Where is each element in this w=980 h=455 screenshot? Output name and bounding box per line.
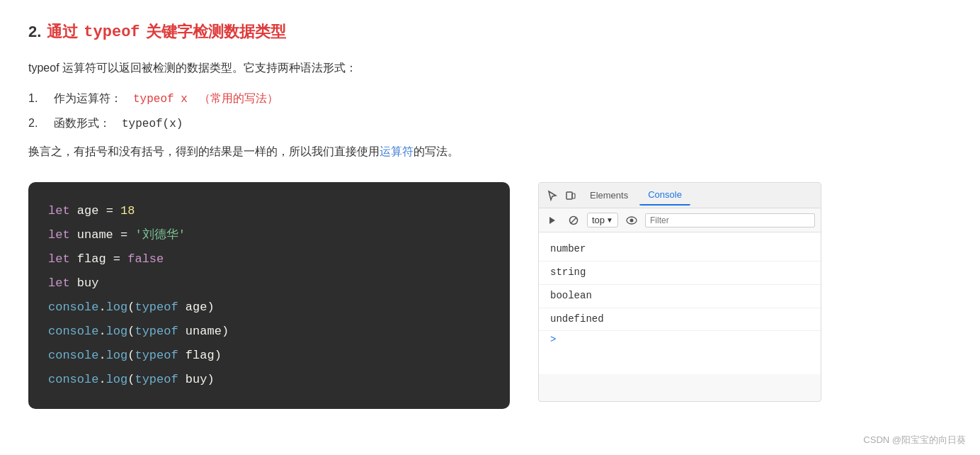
devtools-tabs-bar: Elements Console: [539, 183, 821, 208]
code-line-7: console.log(typeof flag): [48, 344, 490, 368]
list-label-1: 作为运算符：: [54, 91, 122, 106]
summary-link[interactable]: 运算符: [380, 145, 414, 157]
run-icon[interactable]: [545, 213, 560, 228]
code-line-8: console.log(typeof buy): [48, 368, 490, 392]
heading-cn-part1: 通过: [47, 21, 78, 43]
heading-number: 2.: [28, 23, 41, 41]
top-dropdown[interactable]: top ▼: [587, 213, 618, 228]
section-heading: 2. 通过 typeof 关键字检测数据类型: [28, 21, 952, 43]
devtools-output: number string boolean undefined >: [539, 232, 821, 374]
code-block: let age = 18 let uname = '刘德华' let flag …: [28, 182, 510, 409]
devtools-toolbar: top ▼: [539, 208, 821, 232]
svg-rect-0: [566, 192, 572, 199]
code-line-2: let uname = '刘德华': [48, 223, 490, 247]
filter-input[interactable]: [645, 213, 815, 228]
content-area: let age = 18 let uname = '刘德华' let flag …: [28, 182, 952, 409]
output-prompt[interactable]: >: [539, 331, 821, 348]
output-line-boolean: boolean: [539, 285, 821, 308]
list-num-2: 2.: [28, 117, 42, 130]
block-icon[interactable]: [566, 213, 581, 228]
heading-cn-part2: 关键字检测数据类型: [146, 21, 286, 43]
dropdown-arrow-icon: ▼: [606, 216, 613, 224]
tab-elements[interactable]: Elements: [581, 186, 637, 205]
cursor-icon[interactable]: [545, 188, 560, 203]
code-line-1: let age = 18: [48, 199, 490, 223]
list-label-2: 函数形式：: [54, 116, 110, 131]
list-code-2: typeof(x): [122, 118, 183, 130]
list-comment-1: （常用的写法）: [199, 91, 278, 106]
top-label: top: [592, 215, 605, 225]
code-line-3: let flag = false: [48, 247, 490, 271]
device-icon[interactable]: [563, 188, 579, 203]
svg-line-4: [571, 218, 576, 223]
summary-text: 换言之，有括号和没有括号，得到的结果是一样的，所以我们直接使用运算符的写法。: [28, 141, 952, 162]
svg-rect-1: [572, 193, 575, 198]
devtools-panel: Elements Console top ▼: [538, 182, 821, 402]
output-line-number: number: [539, 238, 821, 262]
summary-before: 换言之，有括号和没有括号，得到的结果是一样的，所以我们直接使用: [28, 145, 380, 157]
tab-console[interactable]: Console: [639, 185, 690, 206]
watermark: CSDN @阳宝宝的向日葵: [863, 434, 966, 446]
code-line-5: console.log(typeof age): [48, 296, 490, 320]
svg-point-6: [629, 218, 633, 222]
list-code-1: typeof x: [133, 93, 188, 106]
code-line-4: let buy: [48, 271, 490, 296]
list-num-1: 1.: [28, 92, 42, 105]
description-text: typeof 运算符可以返回被检测的数据类型。它支持两种语法形式：: [28, 58, 952, 79]
svg-marker-2: [549, 217, 555, 224]
heading-keyword: typeof: [84, 23, 139, 41]
kw-let-1: let: [48, 204, 70, 218]
code-line-6: console.log(typeof uname): [48, 320, 490, 344]
list-item-1: 1. 作为运算符： typeof x （常用的写法）: [28, 91, 952, 106]
list-item-2: 2. 函数形式： typeof(x): [28, 116, 952, 131]
output-line-undefined: undefined: [539, 308, 821, 332]
eye-icon[interactable]: [624, 213, 639, 228]
summary-after: 的写法。: [414, 145, 459, 157]
output-line-string: string: [539, 262, 821, 285]
